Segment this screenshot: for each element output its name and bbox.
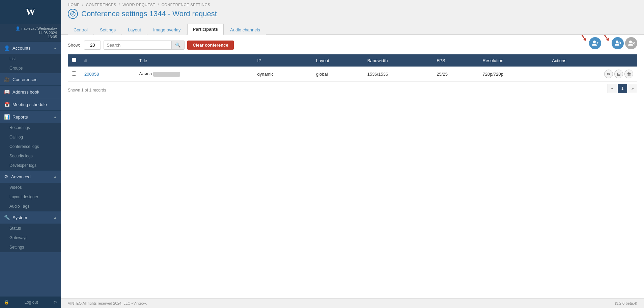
add-participant-icon[interactable] [589,37,601,49]
row-layout-dynamic: dynamic [257,72,274,77]
col-title: Title [135,54,253,67]
username: nabieva [21,26,34,30]
reports-label: Reports [12,114,28,120]
clear-conference-button[interactable]: Clear conference [187,41,234,50]
edit-button[interactable]: ✏ [604,70,613,78]
table-row: 200058 Алина dynamic global 1536/1536 25… [68,67,637,82]
sidebar-item-gateways[interactable]: Gateways [0,233,61,242]
sidebar-item-developer-logs[interactable]: Developer logs [0,161,61,170]
address-book-label: Address book [12,89,39,95]
top-bar: HOME / CONFERENCES / WORD REQUEST / CONF… [61,0,644,23]
tab-audio-channels[interactable]: Audio channels [224,24,266,35]
row-actions-cell: ✏ ⊞ 🗑 [548,67,637,82]
accounts-label: Accounts [12,46,30,51]
sidebar-item-groups[interactable]: Groups [0,63,61,73]
disconnect-all-icon[interactable] [625,37,637,49]
sidebar-item-conferences[interactable]: 🎥Conferences [0,73,61,85]
prev-page-button[interactable]: « [608,84,617,93]
sidebar-item-system[interactable]: 🔧System ▲ [0,211,61,224]
sidebar-section-meeting-schedule: 📅 Meeting schedule [0,98,61,111]
user-time: 13:05 [48,35,57,39]
search-box: 🔍 [104,41,185,50]
sidebar-item-meeting-schedule[interactable]: 📅 Meeting schedule [0,98,61,110]
system-chevron: ▲ [53,215,57,220]
sidebar-item-address-book[interactable]: 📖 Address book [0,86,61,98]
sidebar-item-call-log[interactable]: Call log [0,132,61,142]
invite-participant-icon[interactable] [612,37,624,49]
tab-layout[interactable]: Layout [122,24,147,35]
page-title: Conference settings 1344 - Word request [81,9,217,18]
row-resolution-cell: 720p/720p [478,67,548,82]
row-fps-cell: 25/25 [432,67,478,82]
breadcrumb-conference-settings[interactable]: CONFERENCE SETTINGS [162,3,211,7]
footer-version: (3.2.0-beta.4) [615,301,637,305]
footer-copyright: VINTEO All rights reserved 2024, LLC «Vi… [68,301,147,305]
reports-icon: 📊 [4,114,10,120]
tab-control[interactable]: Control [68,24,93,35]
system-icon: 🔧 [4,215,10,220]
col-checkbox [68,54,80,67]
advanced-sub-items: Videos Layout designer Audio Tags [0,183,61,211]
show-input[interactable] [84,41,101,50]
sidebar-item-accounts[interactable]: 👤Accounts ▲ [0,42,61,54]
sidebar-item-advanced[interactable]: ⚙Advanced ▲ [0,171,61,183]
breadcrumb-home[interactable]: HOME [68,3,80,7]
conferences-label: Conferences [12,77,37,82]
page-title-icon [68,9,78,19]
advanced-label: Advanced [11,174,31,179]
red-arrow-2: ➘ [602,35,611,43]
svg-point-4 [593,41,596,43]
sidebar-item-settings[interactable]: Settings [0,242,61,252]
logout-bar[interactable]: 🔓 Log out ⚙ [0,297,61,308]
breadcrumb-sep-2: / [119,3,120,7]
page-1-button[interactable]: 1 [618,84,627,93]
participants-table: # Title IP Layout Bandwidth FPS Resoluti… [68,54,637,82]
sidebar-item-conference-logs[interactable]: Conference logs [0,142,61,151]
advanced-chevron: ▲ [53,175,57,179]
pagination: « 1 » [608,84,637,93]
row-checkbox-cell [68,67,80,82]
conferences-icon: 🎥 [4,77,10,82]
breadcrumb-word-request[interactable]: WORD REQUEST [122,3,155,7]
delete-button[interactable]: 🗑 [624,70,633,78]
row-id-cell: 200058 [80,67,135,82]
sidebar-item-audio-tags[interactable]: Audio Tags [0,202,61,211]
logo: W [26,6,35,17]
sidebar-item-security-logs[interactable]: Security logs [0,151,61,161]
sidebar-item-reports[interactable]: 📊Reports ▲ [0,111,61,123]
sidebar-item-status[interactable]: Status [0,224,61,233]
settings-gear-icon[interactable]: ⚙ [53,300,57,305]
sidebar-item-list[interactable]: List [0,54,61,63]
breadcrumb-conferences[interactable]: CONFERENCES [86,3,116,7]
col-fps: FPS [432,54,478,67]
meeting-schedule-icon: 📅 [4,102,10,107]
sidebar-item-recordings[interactable]: Recordings [0,123,61,132]
user-info: 👤 nabieva / Wednesday 14.08.2024 13:05 [0,24,61,42]
sidebar-item-videos[interactable]: Videos [0,183,61,192]
sidebar-section-conferences: 🎥Conferences [0,73,61,86]
row-checkbox[interactable] [72,71,76,76]
search-input[interactable] [104,41,171,49]
tab-participants[interactable]: Participants [187,24,224,35]
show-label: Show: [68,43,80,48]
select-all-checkbox[interactable] [72,58,76,62]
row-id-link[interactable]: 200058 [84,72,99,77]
col-actions: Actions [548,54,637,67]
tab-settings[interactable]: Settings [94,24,121,35]
grid-button[interactable]: ⊞ [614,70,623,78]
red-arrow-1: ➘ [579,35,589,43]
search-button[interactable]: 🔍 [171,41,184,49]
sidebar-item-layout-designer[interactable]: Layout designer [0,192,61,202]
logout-label[interactable]: Log out [24,300,38,305]
table-body: 200058 Алина dynamic global 1536/1536 25… [68,67,637,82]
meeting-schedule-label: Meeting schedule [12,102,47,107]
user-date: Wednesday 14.08.2024 [37,26,57,35]
sidebar-section-address-book: 📖 Address book [0,86,61,98]
tab-image-overlay[interactable]: Image overlay [147,24,187,35]
next-page-button[interactable]: » [628,84,637,93]
table-head: # Title IP Layout Bandwidth FPS Resoluti… [68,54,637,67]
system-sub-items: Status Gateways Settings [0,224,61,252]
svg-point-7 [616,41,618,43]
address-book-icon: 📖 [4,89,10,95]
svg-point-11 [629,41,632,43]
